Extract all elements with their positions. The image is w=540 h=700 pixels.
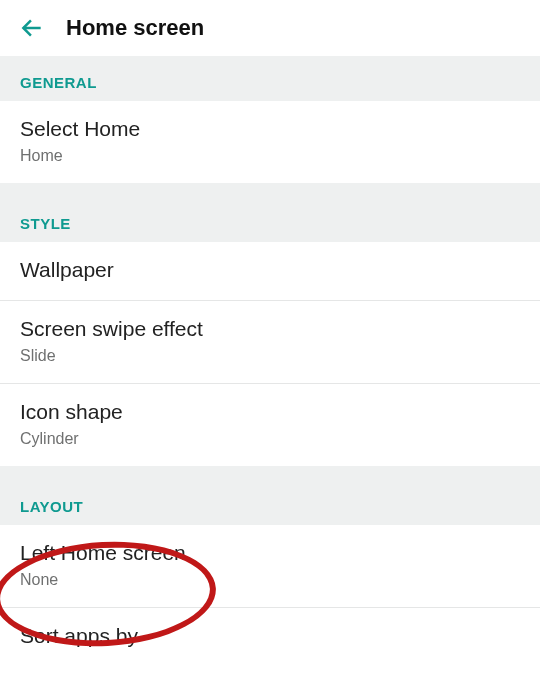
item-title: Icon shape [20,400,520,424]
section-header-layout: LAYOUT [0,480,540,525]
app-bar: Home screen [0,0,540,56]
arrow-left-icon [19,15,45,41]
section-gap [0,183,540,197]
item-title: Screen swipe effect [20,317,520,341]
item-screen-swipe-effect[interactable]: Screen swipe effect Slide [0,301,540,384]
item-title: Wallpaper [20,258,520,282]
back-button[interactable] [16,12,48,44]
item-wallpaper[interactable]: Wallpaper [0,242,540,301]
item-value: None [20,571,520,589]
item-left-home-screen[interactable]: Left Home screen None [0,525,540,608]
item-title: Select Home [20,117,520,141]
item-value: Home [20,147,520,165]
item-value: Slide [20,347,520,365]
item-icon-shape[interactable]: Icon shape Cylinder [0,384,540,466]
item-sort-apps-by[interactable]: Sort apps by [0,608,540,666]
item-title: Left Home screen [20,541,520,565]
item-select-home[interactable]: Select Home Home [0,101,540,183]
section-header-style: STYLE [0,197,540,242]
page-title: Home screen [66,15,204,41]
section-gap [0,466,540,480]
item-title: Sort apps by [20,624,520,648]
item-value: Cylinder [20,430,520,448]
settings-screen: Home screen GENERAL Select Home Home STY… [0,0,540,700]
section-header-general: GENERAL [0,56,540,101]
